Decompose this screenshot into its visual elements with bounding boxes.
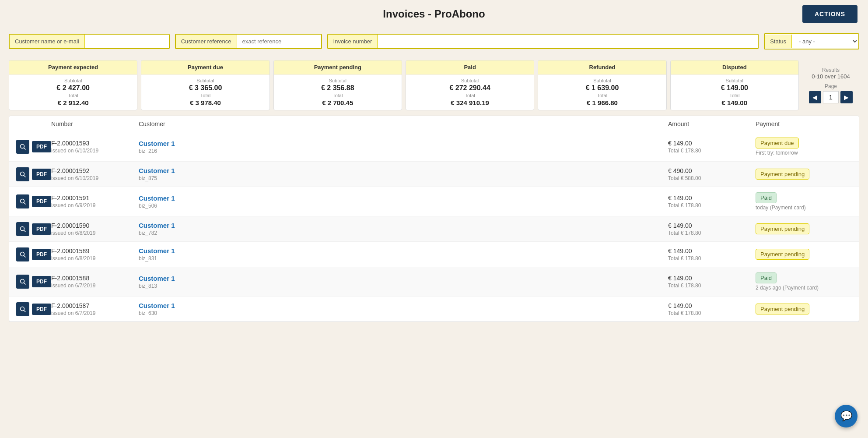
amount-total-4: Total € 178.80 [668,255,756,261]
customer-name-input[interactable] [85,35,169,48]
invoice-num-input[interactable] [378,35,509,48]
customer-info-6: Customer 1 biz_630 [139,302,668,316]
customer-ref-filter: Customer reference [175,34,322,49]
invoice-number-2: F-2.00001591 [51,194,139,201]
amount-total-0: Total € 178.80 [668,148,756,154]
invoice-date-5: issued on 6/7/2019 [51,283,139,289]
search-button-6[interactable] [16,302,29,316]
pdf-button-2[interactable]: PDF [32,196,51,207]
amount-value-2: € 149.00 [668,194,756,201]
pdf-button-1[interactable]: PDF [32,169,51,180]
col-customer: Customer [139,120,668,127]
amount-info-2: € 149.00 Total € 178.80 [668,194,756,208]
status-badge-5: Paid [756,272,777,283]
amount-info-0: € 149.00 Total € 178.80 [668,140,756,154]
customer-name-5[interactable]: Customer 1 [139,275,668,282]
total-value-0: € 2 912.40 [11,99,135,106]
svg-line-1 [24,148,26,150]
summary-section: Payment expected Subtotal € 2 427.00 Tot… [0,55,868,116]
customer-ref-6: biz_630 [139,310,668,316]
payment-info-0: Payment due First try: tomorrow [756,138,852,156]
total-label-5: Total [672,93,797,98]
card-header-3: Paid [406,60,534,74]
amount-value-5: € 149.00 [668,275,756,282]
pdf-button-0[interactable]: PDF [32,141,51,152]
summary-card-4: Refunded Subtotal € 1 639.00 Total € 1 9… [538,60,666,110]
results-label: Results [822,67,840,73]
search-button-3[interactable] [16,222,29,236]
payment-detail-5: 2 days ago (Payment card) [756,285,852,291]
search-button-4[interactable] [16,247,29,261]
customer-info-0: Customer 1 biz_216 [139,140,668,154]
actions-button[interactable]: ACTIONS [802,5,858,23]
amount-info-3: € 149.00 Total € 178.80 [668,222,756,236]
pdf-button-3[interactable]: PDF [32,223,51,235]
search-button-2[interactable] [16,194,29,208]
invoice-info-5: F-2.00001588 issued on 6/7/2019 [51,275,139,289]
payment-info-4: Payment pending [756,249,852,260]
subtotal-value-1: € 3 365.00 [143,84,267,92]
status-badge-4: Payment pending [756,249,809,260]
payment-info-2: Paid today (Payment card) [756,192,852,211]
status-select[interactable]: - any - Payment expected Payment due Pay… [792,34,858,49]
total-label-3: Total [408,93,532,98]
results-info: Results 0-10 over 1604 Page ◀ ▶ [802,60,859,110]
search-button-0[interactable] [16,140,29,154]
payment-info-5: Paid 2 days ago (Payment card) [756,272,852,291]
customer-info-3: Customer 1 biz_782 [139,222,668,236]
invoice-number-4: F-2.00001589 [51,247,139,254]
row-actions-1: PDF [16,167,51,181]
page-title: Invoices - ProAbono [383,8,485,20]
invoice-number-1: F-2.00001592 [51,167,139,174]
pdf-button-5[interactable]: PDF [32,276,51,287]
subtotal-value-2: € 2 356.88 [276,84,400,92]
page-number-input[interactable] [823,91,839,103]
table-body: PDF F-2.00001593 issued on 6/10/2019 Cus… [9,132,859,321]
pdf-button-4[interactable]: PDF [32,249,51,260]
amount-info-1: € 490.00 Total € 588.00 [668,167,756,181]
customer-ref-input[interactable] [237,35,321,48]
subtotal-label-3: Subtotal [408,78,532,83]
customer-info-5: Customer 1 biz_813 [139,275,668,289]
row-actions-4: PDF [16,247,51,261]
customer-name-1[interactable]: Customer 1 [139,167,668,174]
invoice-info-4: F-2.00001589 issued on 6/8/2019 [51,247,139,261]
subtotal-label-4: Subtotal [540,78,664,83]
search-icon [20,198,26,205]
results-value: 0-10 over 1604 [812,73,850,80]
customer-name-label: Customer name or e-mail [10,35,85,48]
total-value-5: € 149.00 [672,99,797,106]
invoice-num-label: Invoice number [328,35,378,48]
svg-line-11 [24,283,26,285]
search-button-5[interactable] [16,275,29,289]
invoice-date-1: issued on 6/10/2019 [51,175,139,181]
pdf-button-6[interactable]: PDF [32,304,51,315]
customer-name-0[interactable]: Customer 1 [139,140,668,147]
next-page-button[interactable]: ▶ [840,91,853,103]
customer-name-2[interactable]: Customer 1 [139,194,668,202]
table-row: PDF F-2.00001588 issued on 6/7/2019 Cust… [9,267,859,297]
customer-name-3[interactable]: Customer 1 [139,222,668,229]
prev-page-button[interactable]: ◀ [809,91,821,103]
invoice-info-0: F-2.00001593 issued on 6/10/2019 [51,140,139,154]
total-value-1: € 3 978.40 [143,99,267,106]
card-header-1: Payment due [141,60,269,74]
total-value-4: € 1 966.80 [540,99,664,106]
summary-card-2: Payment pending Subtotal € 2 356.88 Tota… [273,60,402,110]
customer-name-filter: Customer name or e-mail [9,34,170,49]
customer-name-4[interactable]: Customer 1 [139,247,668,254]
card-header-4: Refunded [538,60,666,74]
card-header-0: Payment expected [9,60,137,74]
table-section: Number Customer Amount Payment PDF F-2.0… [0,116,868,331]
amount-total-2: Total € 178.80 [668,202,756,208]
summary-card-0: Payment expected Subtotal € 2 427.00 Tot… [9,60,137,110]
invoice-number-3: F-2.00001590 [51,222,139,229]
row-actions-2: PDF [16,194,51,208]
customer-name-6[interactable]: Customer 1 [139,302,668,309]
search-button-1[interactable] [16,167,29,181]
payment-info-1: Payment pending [756,169,852,180]
payment-info-3: Payment pending [756,223,852,234]
card-body-4: Subtotal € 1 639.00 Total € 1 966.80 [538,74,666,110]
amount-info-6: € 149.00 Total € 178.80 [668,302,756,316]
summary-card-1: Payment due Subtotal € 3 365.00 Total € … [141,60,270,110]
